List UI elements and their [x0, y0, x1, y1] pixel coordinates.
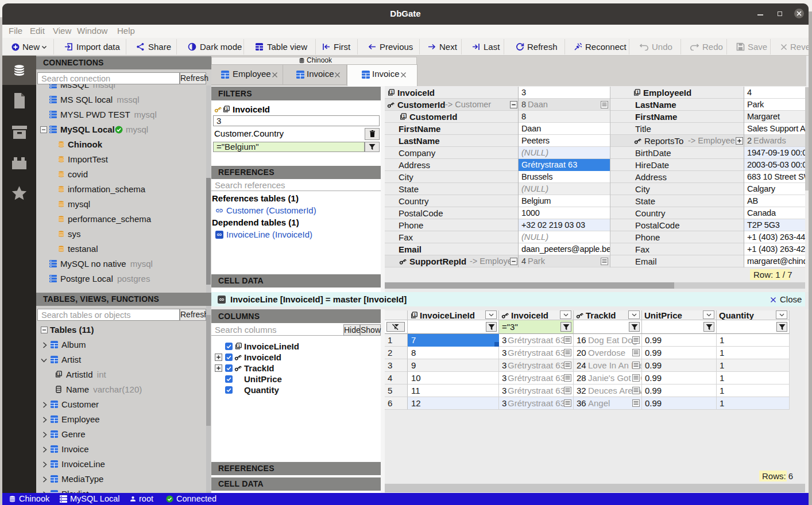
svg-text:1: 1	[226, 106, 228, 111]
svg-text:1: 1	[636, 90, 639, 95]
svg-text:1: 1	[238, 343, 240, 348]
svg-text:1: 1	[413, 312, 416, 317]
svg-text:1: 1	[403, 114, 405, 119]
svg-text:1: 1	[390, 90, 393, 95]
svg-text:1: 1	[58, 371, 60, 376]
